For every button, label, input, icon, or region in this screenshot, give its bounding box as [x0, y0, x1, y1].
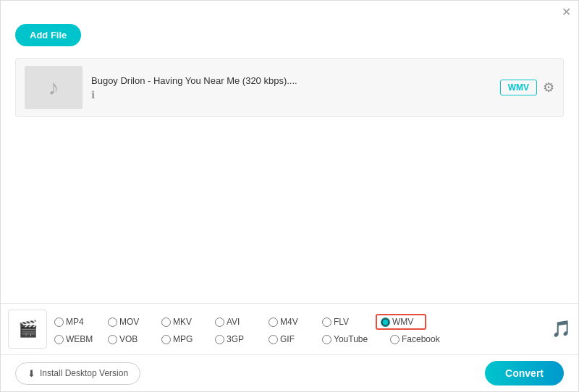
- file-thumbnail: ♪: [25, 66, 83, 109]
- format-option-m4v[interactable]: M4V: [269, 317, 319, 327]
- close-button[interactable]: ✕: [562, 7, 571, 18]
- radio-flv[interactable]: [322, 318, 331, 327]
- label-flv: FLV: [334, 317, 349, 327]
- format-option-wmv[interactable]: WMV: [376, 314, 426, 330]
- radio-mp4[interactable]: [54, 318, 64, 327]
- file-actions: WMV ⚙: [500, 80, 554, 95]
- label-youtube: YouTube: [334, 334, 368, 344]
- file-list: ♪ Bugoy Drilon - Having You Near Me (320…: [1, 58, 578, 117]
- format-option-gif[interactable]: GIF: [269, 334, 319, 344]
- music-nav-icon[interactable]: 🎵: [551, 320, 571, 338]
- radio-vob[interactable]: [108, 335, 117, 344]
- label-3gp: 3GP: [227, 334, 244, 344]
- file-info: Bugoy Drilon - Having You Near Me (320 k…: [91, 75, 491, 101]
- file-name: Bugoy Drilon - Having You Near Me (320 k…: [91, 75, 491, 86]
- radio-3gp[interactable]: [215, 335, 224, 344]
- format-option-mpg[interactable]: MPG: [161, 334, 212, 344]
- radio-mov[interactable]: [108, 318, 117, 327]
- format-badge[interactable]: WMV: [500, 80, 537, 95]
- radio-avi[interactable]: [215, 318, 224, 327]
- format-option-3gp[interactable]: 3GP: [215, 334, 266, 344]
- info-icon[interactable]: ℹ: [91, 89, 491, 101]
- label-mov: MOV: [119, 317, 139, 327]
- format-option-vob[interactable]: VOB: [108, 334, 159, 344]
- format-option-mp4[interactable]: MP4: [54, 317, 105, 327]
- install-label: Install Desktop Version: [40, 368, 128, 378]
- convert-button[interactable]: Convert: [485, 361, 564, 385]
- radio-gif[interactable]: [269, 335, 278, 344]
- radio-vob: VOB: [119, 334, 138, 344]
- format-option-youtube[interactable]: YouTube: [322, 334, 387, 344]
- format-options: MP4 MOV MKV AVI M4V FLV: [54, 314, 546, 344]
- add-file-button[interactable]: Add File: [15, 24, 81, 46]
- label-mp4: MP4: [66, 317, 84, 327]
- format-option-facebook[interactable]: Facebook: [390, 334, 455, 344]
- top-area: Add File: [1, 21, 578, 54]
- music-icon: ♪: [48, 75, 59, 100]
- format-option-mov[interactable]: MOV: [108, 317, 159, 327]
- radio-m4v[interactable]: [269, 318, 278, 327]
- format-icon-box: 🎬: [8, 310, 47, 349]
- format-row-1: MP4 MOV MKV AVI M4V FLV: [54, 314, 546, 330]
- format-option-webm[interactable]: WEBM: [54, 334, 105, 344]
- settings-icon[interactable]: ⚙: [543, 80, 554, 95]
- label-avi: AVI: [227, 317, 240, 327]
- footer: ⬇ Install Desktop Version Convert: [1, 355, 578, 391]
- label-mkv: MKV: [173, 317, 192, 327]
- format-option-avi[interactable]: AVI: [215, 317, 266, 327]
- format-option-mkv[interactable]: MKV: [161, 317, 212, 327]
- radio-facebook[interactable]: [390, 335, 400, 344]
- format-row-2: WEBM VOB MPG 3GP GIF YouTube: [54, 334, 546, 344]
- label-facebook: Facebook: [402, 334, 440, 344]
- label-wmv: WMV: [392, 317, 413, 327]
- format-option-flv[interactable]: FLV: [322, 317, 373, 327]
- main-content: [1, 117, 578, 305]
- label-mpg: MPG: [173, 334, 193, 344]
- radio-wmv[interactable]: [381, 318, 390, 327]
- radio-webm[interactable]: [54, 335, 64, 344]
- title-bar: ✕: [1, 1, 578, 21]
- film-icon: 🎬: [18, 320, 38, 338]
- radio-youtube[interactable]: [322, 335, 331, 344]
- label-gif: GIF: [280, 334, 295, 344]
- download-icon: ⬇: [28, 368, 35, 379]
- install-desktop-button[interactable]: ⬇ Install Desktop Version: [15, 362, 140, 385]
- radio-mpg[interactable]: [161, 335, 171, 344]
- radio-mkv[interactable]: [161, 318, 171, 327]
- file-item: ♪ Bugoy Drilon - Having You Near Me (320…: [15, 58, 564, 117]
- label-m4v: M4V: [280, 317, 298, 327]
- format-bar: 🎬 MP4 MOV MKV AVI M4V: [1, 303, 578, 355]
- label-webm: WEBM: [66, 334, 93, 344]
